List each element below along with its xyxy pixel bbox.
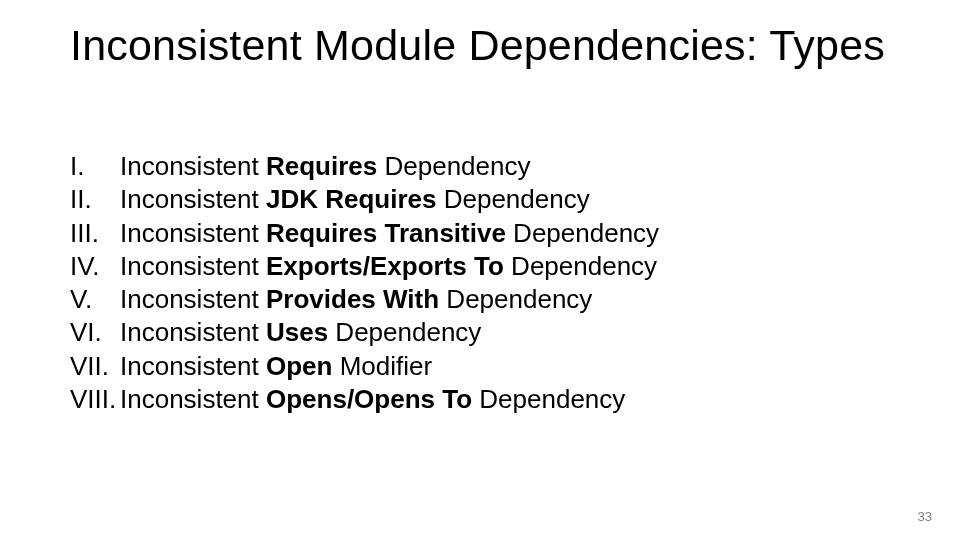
list-item: IV. Inconsistent Exports/Exports To Depe… — [70, 250, 890, 283]
list-text: Inconsistent Open Modifier — [120, 350, 890, 383]
list-number: V. — [70, 283, 120, 316]
list-text: Inconsistent JDK Requires Dependency — [120, 183, 890, 216]
list-text: Inconsistent Exports/Exports To Dependen… — [120, 250, 890, 283]
list-number: III. — [70, 217, 120, 250]
list-item: V. Inconsistent Provides With Dependency — [70, 283, 890, 316]
slide-title: Inconsistent Module Dependencies: Types — [70, 22, 890, 68]
list-text: Inconsistent Opens/Opens To Dependency — [120, 383, 890, 416]
list-item: III. Inconsistent Requires Transitive De… — [70, 217, 890, 250]
list-item: II. Inconsistent JDK Requires Dependency — [70, 183, 890, 216]
list-item: VII. Inconsistent Open Modifier — [70, 350, 890, 383]
page-number: 33 — [918, 509, 932, 524]
list-item: VI. Inconsistent Uses Dependency — [70, 316, 890, 349]
slide: Inconsistent Module Dependencies: Types … — [0, 0, 960, 540]
type-list: I. Inconsistent Requires Dependency II. … — [70, 150, 890, 416]
list-number: II. — [70, 183, 120, 216]
list-text: Inconsistent Requires Transitive Depende… — [120, 217, 890, 250]
list-number: VI. — [70, 316, 120, 349]
list-number: I. — [70, 150, 120, 183]
list-number: VIII. — [70, 383, 120, 416]
list-text: Inconsistent Requires Dependency — [120, 150, 890, 183]
list-item: VIII. Inconsistent Opens/Opens To Depend… — [70, 383, 890, 416]
list-text: Inconsistent Provides With Dependency — [120, 283, 890, 316]
list-number: VII. — [70, 350, 120, 383]
list-item: I. Inconsistent Requires Dependency — [70, 150, 890, 183]
list-number: IV. — [70, 250, 120, 283]
list-text: Inconsistent Uses Dependency — [120, 316, 890, 349]
